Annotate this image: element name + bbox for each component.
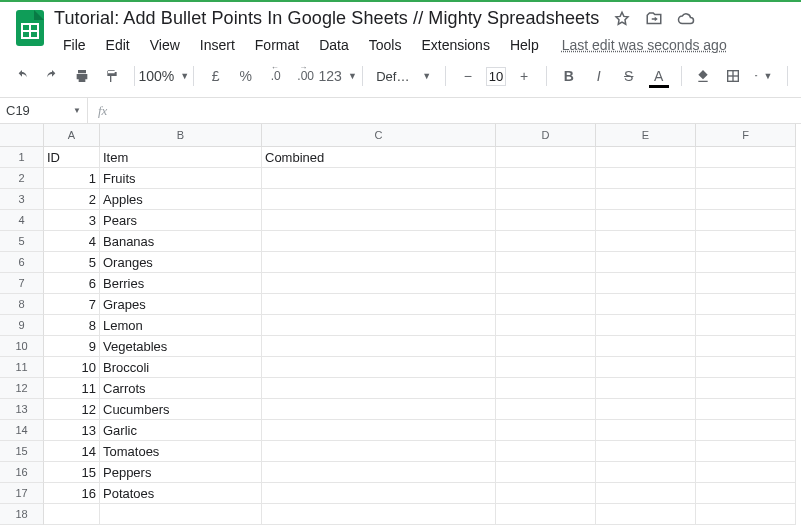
cell[interactable]: 9 [44, 336, 100, 357]
row-header-7[interactable]: 7 [0, 273, 44, 294]
row-header-13[interactable]: 13 [0, 399, 44, 420]
cell[interactable]: Potatoes [100, 483, 262, 504]
cell[interactable] [696, 399, 796, 420]
col-header-E[interactable]: E [596, 124, 696, 147]
cell[interactable] [262, 378, 496, 399]
cell[interactable]: Item [100, 147, 262, 168]
col-header-B[interactable]: B [100, 124, 262, 147]
cell[interactable] [596, 210, 696, 231]
row-header-1[interactable]: 1 [0, 147, 44, 168]
fill-color-button[interactable] [691, 63, 715, 89]
undo-icon[interactable] [10, 63, 34, 89]
cell[interactable] [496, 441, 596, 462]
name-box[interactable]: C19▼ [0, 98, 88, 123]
cell[interactable]: Grapes [100, 294, 262, 315]
cell[interactable] [696, 504, 796, 525]
cell[interactable] [262, 483, 496, 504]
cell[interactable]: 14 [44, 441, 100, 462]
cell[interactable]: Carrots [100, 378, 262, 399]
cell[interactable] [596, 399, 696, 420]
bold-button[interactable]: B [557, 63, 581, 89]
increase-decimal-button[interactable]: .00→ [294, 63, 318, 89]
cloud-icon[interactable] [677, 10, 695, 28]
cell[interactable] [596, 336, 696, 357]
cell[interactable] [596, 504, 696, 525]
cell[interactable] [262, 189, 496, 210]
redo-icon[interactable] [40, 63, 64, 89]
borders-button[interactable] [721, 63, 745, 89]
cell[interactable] [696, 336, 796, 357]
select-all-corner[interactable] [0, 124, 44, 147]
col-header-D[interactable]: D [496, 124, 596, 147]
merge-cells-button[interactable]: ▼ [751, 63, 776, 89]
row-header-14[interactable]: 14 [0, 420, 44, 441]
cell[interactable] [262, 420, 496, 441]
cell[interactable] [262, 168, 496, 189]
print-icon[interactable] [70, 63, 94, 89]
cell[interactable] [496, 147, 596, 168]
cell[interactable] [596, 441, 696, 462]
cell[interactable] [696, 252, 796, 273]
cell[interactable] [262, 357, 496, 378]
percent-button[interactable]: % [234, 63, 258, 89]
cell[interactable] [496, 399, 596, 420]
cell[interactable]: 6 [44, 273, 100, 294]
cell[interactable] [496, 504, 596, 525]
cell[interactable] [496, 315, 596, 336]
strikethrough-button[interactable]: S [617, 63, 641, 89]
sheets-logo[interactable] [10, 8, 50, 48]
cell[interactable] [496, 210, 596, 231]
cell[interactable] [696, 294, 796, 315]
cell[interactable] [596, 462, 696, 483]
cell[interactable] [496, 252, 596, 273]
menu-help[interactable]: Help [501, 33, 548, 57]
cell[interactable]: Apples [100, 189, 262, 210]
cell[interactable] [696, 168, 796, 189]
cell[interactable] [696, 378, 796, 399]
cell[interactable] [596, 252, 696, 273]
menu-data[interactable]: Data [310, 33, 358, 57]
cell[interactable]: 12 [44, 399, 100, 420]
cell[interactable] [696, 357, 796, 378]
menu-view[interactable]: View [141, 33, 189, 57]
cell[interactable] [596, 483, 696, 504]
row-header-3[interactable]: 3 [0, 189, 44, 210]
col-header-A[interactable]: A [44, 124, 100, 147]
menu-insert[interactable]: Insert [191, 33, 244, 57]
cell[interactable]: Peppers [100, 462, 262, 483]
cell[interactable] [262, 336, 496, 357]
cell[interactable] [696, 273, 796, 294]
cell[interactable] [596, 273, 696, 294]
cell[interactable] [262, 315, 496, 336]
cell[interactable] [496, 378, 596, 399]
cell[interactable] [496, 483, 596, 504]
cell[interactable] [696, 483, 796, 504]
cell[interactable] [596, 378, 696, 399]
cell[interactable] [262, 273, 496, 294]
italic-button[interactable]: I [587, 63, 611, 89]
row-header-18[interactable]: 18 [0, 504, 44, 525]
cell[interactable] [262, 504, 496, 525]
row-header-11[interactable]: 11 [0, 357, 44, 378]
row-header-9[interactable]: 9 [0, 315, 44, 336]
menu-edit[interactable]: Edit [97, 33, 139, 57]
cell[interactable]: Combined [262, 147, 496, 168]
paint-format-icon[interactable] [100, 63, 124, 89]
cell[interactable]: Oranges [100, 252, 262, 273]
cell[interactable] [596, 357, 696, 378]
cell[interactable] [262, 399, 496, 420]
menu-tools[interactable]: Tools [360, 33, 411, 57]
cell[interactable] [262, 210, 496, 231]
cell[interactable] [262, 462, 496, 483]
font-size-decrease[interactable]: − [456, 63, 480, 89]
row-header-12[interactable]: 12 [0, 378, 44, 399]
spreadsheet-grid[interactable]: ABCDEF 123456789101112131415161718 IDIte… [0, 124, 801, 532]
cell[interactable] [496, 357, 596, 378]
cell[interactable] [696, 420, 796, 441]
cell[interactable] [262, 231, 496, 252]
cell[interactable] [262, 252, 496, 273]
cell[interactable] [100, 504, 262, 525]
col-header-F[interactable]: F [696, 124, 796, 147]
formula-input[interactable] [117, 98, 801, 123]
cell[interactable] [696, 231, 796, 252]
